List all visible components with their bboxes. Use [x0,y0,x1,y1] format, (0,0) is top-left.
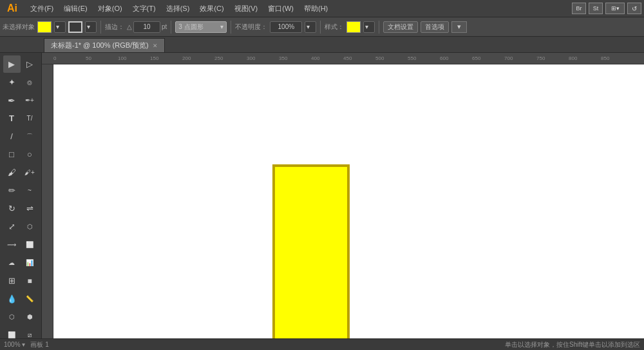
ruler-top: 0 50 100 150 200 250 300 350 400 450 500… [42,53,644,64]
tab-close-button[interactable]: ✕ [153,43,158,49]
anchor-tool[interactable]: ✒+ [21,92,39,109]
tool-row-14: 💧 📏 [2,290,39,307]
free-transform-tool[interactable]: ⬜ [21,236,39,253]
ellipse-tool[interactable]: ○ [21,146,39,163]
left-toolbar: ▶ ▷ ✦ ⌾ ✒ ✒+ T T/ / ⌒ □ ○ 🖌 🖌+ ✏ ~ [0,53,42,338]
direct-selection-tool[interactable]: ▷ [21,55,39,73]
style-label: 样式： [325,23,344,32]
menu-help[interactable]: 帮助(H) [299,3,332,15]
tool-row-13: ⊞ ■ [2,272,39,289]
menu-file[interactable]: 文件(F) [26,3,58,15]
magic-wand-tool[interactable]: ✦ [3,73,21,91]
stroke-label: 描边： [105,23,124,32]
canvas-content[interactable] [53,64,644,338]
menu-effect[interactable]: 效果(C) [195,3,228,15]
stock-button[interactable]: St [589,3,603,14]
separator-5 [379,21,379,34]
tool-row-8: ✏ ~ [2,182,39,199]
workspace-button[interactable]: ⊞▾ [605,3,625,14]
type-tool[interactable]: T [3,110,21,127]
bridge-button[interactable]: Br [572,3,586,14]
menu-edit[interactable]: 编辑(E) [59,3,92,15]
menu-object[interactable]: 对象(O) [93,3,127,15]
live-paint-tool[interactable]: ⬢ [21,308,39,326]
pencil-tool[interactable]: ✏ [3,182,21,199]
column-graph-tool[interactable]: 📊 [21,254,39,271]
preferences-button[interactable]: 首选项 [421,21,449,33]
artboard[interactable] [53,64,644,338]
status-bar: 100% ▾ 画板 1 单击以选择对象，按住Shift键单击以添加到选区 [0,338,644,350]
control-bar-options[interactable]: ▾ [451,21,467,33]
stroke-swatch[interactable] [68,21,82,33]
measure-tool[interactable]: 📏 [21,290,39,307]
style-dropdown[interactable]: ▾ [363,21,375,33]
fill-swatch[interactable] [37,21,52,33]
tool-row-5: / ⌒ [2,128,39,145]
sync-button[interactable]: ↺ [627,3,641,14]
no-selection-label: 未选择对象 [3,23,35,32]
lasso-tool[interactable]: ⌾ [21,73,39,91]
stroke-unit: pt [162,23,167,30]
doc-settings-button[interactable]: 文档设置 [383,21,418,33]
zoom-level: 100% ▾ [4,341,25,348]
brush-label: 3 点圆形 [178,23,203,32]
yellow-rectangle[interactable] [272,164,350,338]
blob-brush-tool[interactable]: 🖌+ [21,164,39,181]
menu-bar: Ai 文件(F) 编辑(E) 对象(O) 文字(T) 选择(S) 效果(C) 视… [0,0,644,17]
smooth-tool[interactable]: ~ [21,182,39,199]
stroke-stepper-up[interactable]: △ [127,23,132,30]
eyedropper-tool[interactable]: 💧 [3,290,21,307]
tool-row-4: T T/ [2,110,39,127]
line-tool[interactable]: / [3,128,21,145]
shear-tool[interactable]: ⬡ [21,218,39,235]
warp-tool[interactable]: ⟿ [3,236,21,253]
tab-title: 未标题-1* @ 100% (RGB/预览) [51,41,149,50]
status-info: 单击以选择对象，按住Shift键单击以添加到选区 [505,340,640,349]
tool-row-9: ↻ ⇌ [2,200,39,217]
opacity-dropdown[interactable]: ▾ [305,21,316,33]
pen-tool[interactable]: ✒ [3,92,21,109]
tool-row-6: □ ○ [2,146,39,163]
separator-4 [320,21,321,34]
tool-row-15: ⬡ ⬢ [2,308,39,326]
brush-selector[interactable]: 3 点圆形▾ [175,21,227,33]
tool-row-10: ⤢ ⬡ [2,218,39,235]
style-swatch[interactable] [346,21,361,33]
app-logo: Ai [3,3,22,14]
selection-tool[interactable]: ▶ [3,55,21,73]
separator-2 [171,21,171,34]
fill-dropdown[interactable]: ▾ [54,21,66,33]
menu-text[interactable]: 文字(T) [128,3,160,15]
tool-row-3: ✒ ✒+ [2,92,39,109]
separator-1 [100,21,101,34]
tool-row-11: ⟿ ⬜ [2,236,39,253]
area-type-tool[interactable]: T/ [21,110,39,127]
reflect-tool[interactable]: ⇌ [21,200,39,217]
menu-window[interactable]: 窗口(W) [263,3,298,15]
main-area: ▶ ▷ ✦ ⌾ ✒ ✒+ T T/ / ⌒ □ ○ 🖌 🖌+ ✏ ~ [0,53,644,338]
mesh-tool[interactable]: ⊞ [3,272,21,289]
opacity-label: 不透明度： [235,23,267,32]
stroke-dropdown[interactable]: ▾ [85,21,97,33]
tool-row-1: ▶ ▷ [2,55,39,73]
tool-row-12: ☁ 📊 [2,254,39,271]
artboard-tool[interactable]: ⬜ [3,326,21,338]
opacity-input[interactable] [270,21,302,33]
rectangle-tool[interactable]: □ [3,146,21,163]
slice-tool[interactable]: ⧄ [21,326,39,338]
menu-select[interactable]: 选择(S) [162,3,194,15]
canvas-area[interactable]: 0 50 100 150 200 250 300 350 400 450 500… [42,53,644,338]
control-bar: 未选择对象 ▾ ▾ 描边： △ pt 3 点圆形▾ 不透明度： ▾ 样式： ▾ … [0,17,644,37]
rotate-tool[interactable]: ↻ [3,200,21,217]
tool-row-2: ✦ ⌾ [2,73,39,91]
scale-tool[interactable]: ⤢ [3,218,21,235]
menu-view[interactable]: 视图(V) [230,3,263,15]
stroke-value-input[interactable] [133,21,160,33]
tab-bar: 未标题-1* @ 100% (RGB/预览) ✕ [0,37,644,53]
symbol-tool[interactable]: ☁ [3,254,21,271]
document-tab[interactable]: 未标题-1* @ 100% (RGB/预览) ✕ [44,38,165,52]
gradient-tool[interactable]: ■ [21,272,39,289]
blend-tool[interactable]: ⬡ [3,308,21,326]
paintbrush-tool[interactable]: 🖌 [3,164,21,181]
arc-tool[interactable]: ⌒ [21,128,39,145]
